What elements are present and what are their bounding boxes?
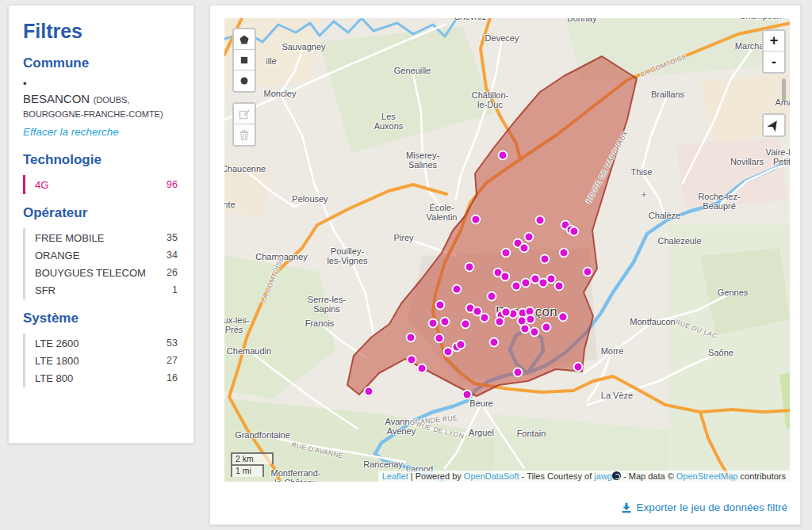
antenna-marker[interactable] — [462, 390, 473, 400]
facet-item-lte-1800[interactable]: LTE 180027 — [35, 352, 178, 369]
facet-label: 4G — [35, 179, 48, 191]
draw-rectangle-button[interactable] — [234, 50, 255, 71]
facet-item-free-mobile[interactable]: FREE MOBILE35 — [35, 229, 178, 246]
map-attribution: Leaflet | Powered by OpenDataSoft - Tile… — [378, 471, 790, 482]
systeme-facet-list: LTE 260053LTE 180027LTE 80016 — [23, 334, 179, 387]
antenna-marker[interactable] — [452, 284, 462, 295]
antenna-marker[interactable] — [542, 322, 552, 333]
jawg-logo — [612, 471, 621, 480]
draw-polygon-button[interactable] — [234, 29, 255, 50]
antenna-marker[interactable] — [456, 340, 466, 350]
antenna-marker[interactable] — [526, 315, 536, 325]
facet-label: FREE MOBILE — [35, 232, 104, 244]
antenna-marker[interactable] — [406, 333, 416, 343]
facet-item-bouygues-telecom[interactable]: BOUYGUES TELECOM26 — [35, 264, 178, 281]
operateur-heading: Opérateur — [23, 205, 179, 221]
facet-item-sfr[interactable]: SFR1 — [35, 281, 178, 299]
antenna-marker[interactable] — [501, 307, 511, 318]
facet-count: 53 — [167, 337, 178, 349]
antenna-marker[interactable] — [489, 337, 500, 348]
locate-control — [762, 113, 786, 137]
antenna-marker[interactable] — [471, 215, 481, 225]
export-label: Exporter le jeu de données filtré — [636, 501, 787, 513]
facet-label: LTE 800 — [35, 372, 73, 384]
link-leaflet[interactable]: Leaflet — [382, 471, 408, 481]
systeme-heading: Système — [23, 311, 179, 326]
antenna-marker[interactable] — [443, 347, 454, 357]
facet-item-lte-800[interactable]: LTE 80016 — [35, 369, 178, 387]
antenna-marker[interactable] — [440, 317, 450, 327]
polygon-icon — [237, 32, 251, 47]
commune-selected-value: BESANCON (DOUBS, BOURGOGNE-FRANCHE-COMTE… — [23, 92, 179, 120]
antenna-marker[interactable] — [501, 248, 511, 258]
facet-label: LTE 2600 — [35, 337, 79, 349]
scale-control: 2 km 1 mi — [231, 452, 274, 477]
facet-item-orange[interactable]: ORANGE34 — [35, 246, 178, 264]
antenna-marker[interactable] — [558, 312, 569, 322]
facet-item-4g[interactable]: 4G96 — [35, 176, 178, 193]
antenna-marker[interactable] — [435, 334, 445, 344]
antenna-marker[interactable] — [480, 313, 490, 323]
attribution-text: contributors — [737, 471, 786, 481]
delete-shape-button[interactable] — [234, 124, 255, 145]
antenna-marker[interactable] — [495, 317, 505, 327]
scroll-indicator — [782, 78, 786, 101]
antenna-marker[interactable] — [559, 248, 569, 258]
map-card: ChevrozBonnayChampouxDeveceyMarchauxSauv… — [209, 5, 801, 525]
facet-item-lte-2600[interactable]: LTE 260053 — [35, 334, 178, 352]
antenna-marker[interactable] — [428, 318, 439, 329]
antenna-marker[interactable] — [540, 254, 550, 265]
antenna-marker[interactable] — [487, 292, 497, 302]
commune-bullet: • — [23, 78, 179, 89]
antenna-marker[interactable] — [461, 319, 471, 330]
facet-label: LTE 1800 — [35, 355, 79, 367]
antenna-marker[interactable] — [435, 300, 446, 311]
antenna-marker[interactable] — [407, 355, 417, 365]
facet-count: 35 — [167, 232, 178, 243]
locate-button[interactable] — [764, 115, 784, 135]
antenna-marker[interactable] — [465, 262, 475, 273]
antenna-marker[interactable] — [417, 364, 427, 374]
facet-count: 34 — [167, 250, 178, 261]
facet-count: 27 — [167, 355, 178, 366]
facet-count: 1 — [172, 284, 178, 296]
antenna-marker[interactable] — [535, 215, 546, 226]
antenna-marker[interactable] — [513, 368, 523, 378]
link-jawg[interactable]: jawg — [594, 471, 612, 481]
edit-icon — [237, 107, 251, 121]
technologie-facet-list: 4G96 — [23, 175, 179, 194]
antenna-marker[interactable] — [569, 227, 580, 237]
scale-km: 2 km — [231, 452, 274, 465]
map[interactable]: ChevrozBonnayChampouxDeveceyMarchauxSauv… — [224, 18, 790, 482]
facet-count: 16 — [167, 372, 178, 383]
antenna-marker[interactable] — [530, 327, 540, 337]
clear-search-link[interactable]: Effacer la recherche — [23, 126, 119, 138]
download-icon — [621, 502, 632, 513]
filters-title: Filtres — [23, 20, 179, 43]
zoom-control: + - — [762, 29, 786, 74]
antenna-marker[interactable] — [519, 243, 530, 254]
draw-toolbar — [232, 28, 256, 93]
link-openstreetmap[interactable]: OpenStreetMap — [676, 471, 738, 481]
antenna-marker[interactable] — [583, 267, 593, 277]
filters-panel: Filtres Commune • BESANCON (DOUBS, BOURG… — [8, 5, 194, 444]
facet-count: 96 — [167, 179, 178, 190]
export-filtered-dataset-link[interactable]: Exporter le jeu de données filtré — [621, 501, 787, 513]
trash-icon — [237, 128, 251, 142]
operateur-facet-list: FREE MOBILE35ORANGE34BOUYGUES TELECOM26S… — [23, 228, 179, 299]
antenna-marker[interactable] — [500, 272, 511, 282]
antenna-marker[interactable] — [573, 362, 584, 372]
antenna-marker[interactable] — [364, 387, 374, 397]
antenna-marker[interactable] — [554, 281, 565, 292]
zoom-in-button[interactable]: + — [764, 31, 784, 51]
link-opendatasoft[interactable]: OpenDataSoft — [464, 471, 519, 481]
antenna-marker[interactable] — [498, 151, 508, 161]
zoom-out-button[interactable]: - — [764, 51, 784, 72]
commune-heading: Commune — [23, 55, 179, 71]
antenna-marker[interactable] — [524, 232, 534, 242]
draw-circle-button[interactable] — [234, 71, 255, 91]
edit-shape-button[interactable] — [234, 104, 255, 124]
facet-label: ORANGE — [35, 250, 79, 261]
facet-label: BOUYGUES TELECOM — [35, 267, 146, 279]
attribution-text: | Powered by — [408, 471, 464, 481]
